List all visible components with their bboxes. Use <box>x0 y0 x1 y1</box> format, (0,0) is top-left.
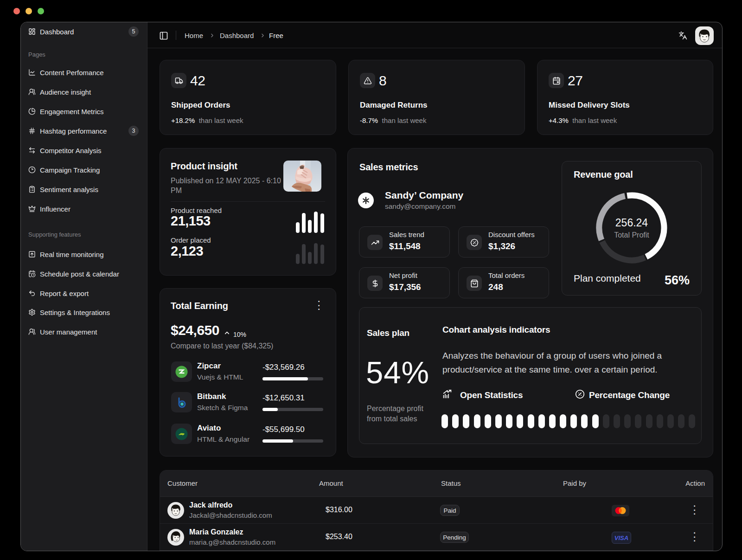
svg-text:VISA: VISA <box>614 534 628 541</box>
